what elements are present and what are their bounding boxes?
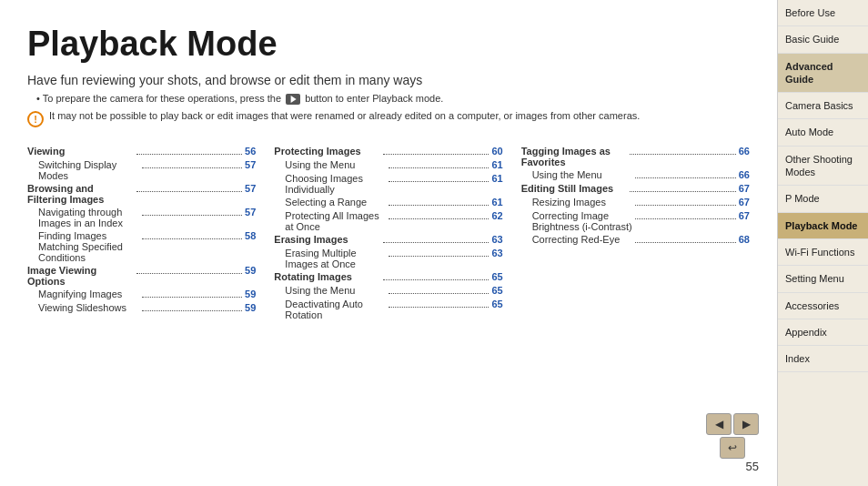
sidebar-item-camera-basics[interactable]: Camera Basics (778, 93, 868, 119)
warning-icon: ! (27, 111, 44, 127)
toc-entry[interactable]: Using the Menu65 (274, 285, 502, 297)
toc-entry[interactable]: Correcting Red-Eye68 (521, 234, 750, 246)
toc-page: 67 (739, 183, 750, 194)
toc-label: Browsing and Filtering Images (27, 183, 134, 205)
toc-entry[interactable]: Finding Images Matching Specified Condit… (27, 230, 256, 263)
note-line: • To prepare the camera for these operat… (27, 93, 750, 105)
toc-dots (389, 256, 490, 257)
toc-entry[interactable]: Image Viewing Options59 (27, 265, 256, 287)
playback-icon (286, 94, 300, 105)
toc-page: 62 (491, 210, 502, 221)
main-content: Playback Mode Have fun reviewing your sh… (0, 0, 777, 486)
sidebar-item-other-shooting-modes[interactable]: Other Shooting Modes (778, 147, 868, 187)
toc-page: 59 (245, 302, 256, 313)
toc-page: 66 (739, 169, 750, 180)
toc-entry[interactable]: Selecting a Range61 (274, 197, 502, 208)
toc-entry[interactable]: Browsing and Filtering Images57 (27, 183, 256, 205)
toc-entry[interactable]: Correcting Image Brightness (i-Contrast)… (521, 210, 750, 232)
toc-page: 58 (245, 230, 256, 241)
toc-dots (142, 238, 243, 239)
toc-entry[interactable]: Navigating through Images in an Index57 (27, 207, 256, 228)
sidebar-item-p-mode[interactable]: P Mode (778, 186, 868, 212)
toc-dots (635, 218, 736, 219)
toc-entry[interactable]: Deactivating Auto Rotation65 (274, 299, 502, 320)
toc-page: 61 (491, 173, 502, 184)
toc-label: Using the Menu (285, 159, 386, 170)
toc-page: 68 (739, 234, 750, 245)
toc-entry[interactable]: Editing Still Images67 (521, 183, 750, 195)
warning-section: ! It may not be possible to play back or… (27, 110, 750, 127)
sidebar-item-auto-mode[interactable]: Auto Mode (778, 119, 868, 146)
toc-column-3: Tagging Images as Favorites66Using the M… (521, 146, 750, 322)
toc-dots (142, 215, 243, 216)
toc-entry[interactable]: Viewing56 (27, 146, 256, 157)
toc-page: 57 (245, 183, 256, 194)
sidebar-item-setting-menu[interactable]: Setting Menu (778, 266, 868, 292)
toc-entry[interactable]: Magnifying Images59 (27, 289, 256, 300)
nav-buttons: ◀ ▶ ↩ (706, 413, 759, 459)
toc-entry[interactable]: Erasing Multiple Images at Once63 (274, 248, 502, 269)
return-button[interactable]: ↩ (720, 437, 745, 459)
toc-dots (142, 167, 243, 168)
toc-page: 61 (491, 159, 502, 170)
toc-label: Deactivating Auto Rotation (285, 299, 386, 320)
toc-entry[interactable]: Viewing Slideshows59 (27, 302, 256, 314)
sidebar-item-wi-fi-functions[interactable]: Wi-Fi Functions (778, 239, 868, 266)
toc-dots (389, 205, 490, 206)
page-number: 55 (746, 460, 759, 473)
toc-label: Rotating Images (274, 271, 380, 282)
toc-label: Magnifying Images (38, 289, 139, 299)
toc-label: Switching Display Modes (38, 159, 139, 181)
toc-dots (383, 154, 490, 155)
toc-label: Using the Menu (532, 169, 633, 180)
toc-entry[interactable]: Choosing Images Individually61 (274, 173, 502, 195)
toc-entry[interactable]: Using the Menu61 (274, 159, 502, 171)
toc-dots (383, 279, 490, 280)
toc-page: 67 (739, 210, 750, 221)
toc-page: 59 (245, 265, 256, 276)
toc-dots (389, 181, 490, 182)
sidebar-item-basic-guide[interactable]: Basic Guide (778, 26, 868, 53)
toc-dots (389, 307, 490, 308)
toc-label: Finding Images Matching Specified Condit… (38, 230, 139, 263)
toc-page: 66 (739, 146, 750, 157)
toc-dots (635, 205, 736, 206)
sidebar-item-before-use[interactable]: Before Use (778, 0, 868, 26)
toc-entry[interactable]: Protecting All Images at Once62 (274, 210, 502, 232)
toc-entry[interactable]: Tagging Images as Favorites66 (521, 146, 750, 167)
sidebar-item-playback-mode[interactable]: Playback Mode (778, 213, 868, 239)
sidebar-item-accessories[interactable]: Accessories (778, 293, 868, 319)
toc-page: 67 (739, 197, 750, 208)
sidebar-item-appendix[interactable]: Appendix (778, 319, 868, 346)
toc-dots (136, 273, 243, 274)
toc-column-1: Viewing56Switching Display Modes57Browsi… (27, 146, 256, 322)
toc-entry[interactable]: Rotating Images65 (274, 271, 502, 283)
toc-page: 56 (245, 146, 256, 157)
toc-dots (142, 310, 243, 311)
warning-text: It may not be possible to play back or e… (49, 110, 640, 121)
toc-label: Tagging Images as Favorites (521, 146, 628, 167)
toc-dots (142, 297, 243, 298)
toc-entry[interactable]: Erasing Images63 (274, 234, 502, 246)
toc-page: 63 (491, 234, 502, 245)
toc-dots (630, 191, 736, 192)
next-button[interactable]: ▶ (733, 413, 759, 435)
toc-column-2: Protecting Images60Using the Menu61Choos… (274, 146, 502, 322)
toc-label: Correcting Image Brightness (i-Contrast) (532, 210, 633, 232)
sidebar-item-index[interactable]: Index (778, 346, 868, 372)
toc-entry[interactable]: Protecting Images60 (274, 146, 502, 157)
toc-label: Image Viewing Options (27, 265, 134, 287)
toc-entry[interactable]: Using the Menu66 (521, 169, 750, 181)
toc-entry[interactable]: Resizing Images67 (521, 197, 750, 208)
toc-page: 65 (491, 299, 502, 309)
sidebar-item-advanced-guide[interactable]: Advanced Guide (778, 54, 868, 94)
prev-button[interactable]: ◀ (706, 413, 732, 435)
toc-label: Editing Still Images (521, 183, 628, 194)
toc-page: 60 (491, 146, 502, 157)
toc-label: Using the Menu (285, 285, 386, 296)
toc-page: 57 (245, 207, 256, 218)
toc-dots (635, 177, 736, 178)
toc-entry[interactable]: Switching Display Modes57 (27, 159, 256, 181)
toc-label: Choosing Images Individually (285, 173, 386, 195)
toc-area: Viewing56Switching Display Modes57Browsi… (27, 146, 750, 322)
